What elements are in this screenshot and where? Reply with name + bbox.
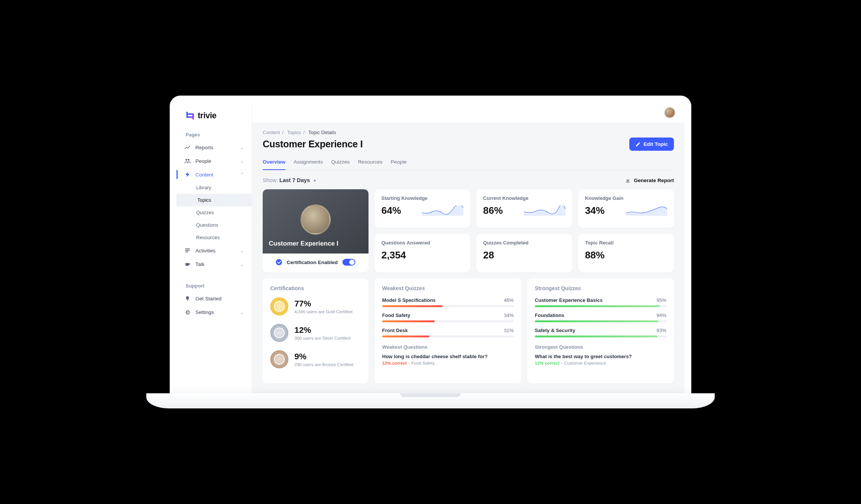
quiz-item[interactable]: Foundations94% (535, 312, 666, 322)
chevron-down-icon: ⌄ (240, 158, 244, 164)
chevron-down-icon: ⌄ (240, 261, 244, 267)
stat-starting-knowledge: Starting Knowledge 64% (375, 189, 470, 228)
quiz-name: Customer Experience Basics (535, 297, 602, 303)
stat-current-knowledge: Current Knowledge 86% (476, 189, 572, 228)
stat-knowledge-gain: Knowledge Gain 34% (578, 189, 674, 228)
cert-bronze: 9%290 users are Bronze Certified (270, 350, 361, 368)
quiz-name: Model S Specifications (382, 297, 436, 303)
stat-topic-recall: Topic Recall 88% (578, 234, 674, 272)
quiz-pct: 93% (657, 328, 666, 333)
breadcrumb: Content/ Topics/ Topic Details (263, 130, 674, 135)
quiz-item[interactable]: Food Safety34% (382, 312, 514, 322)
sidebar-item-label: Reports (195, 145, 213, 150)
sidebar-sub-library[interactable]: Library (177, 181, 252, 194)
hero-title: Customer Experience I (269, 240, 338, 247)
logo-icon (186, 111, 195, 120)
check-badge-icon (276, 259, 282, 265)
sidebar-item-people[interactable]: People ⌄ (177, 154, 252, 168)
edit-topic-button[interactable]: Edit Topic (629, 138, 674, 151)
sidebar: trivie Pages Reports ⌄ People ⌄ Content … (177, 102, 252, 393)
tab-overview[interactable]: Overview (263, 156, 285, 170)
button-label: Edit Topic (644, 141, 668, 147)
sidebar-sub-resources[interactable]: Resources (177, 231, 252, 244)
quiz-item[interactable]: Front Desk31% (382, 328, 514, 337)
quiz-name: Safety & Security (535, 328, 575, 333)
svg-rect-2 (185, 249, 190, 249)
sidebar-item-label: Get Started (195, 296, 221, 301)
tabs: Overview Assignments Quizzes Resources P… (263, 156, 674, 170)
list-icon (184, 247, 191, 254)
sidebar-sub-quizzes[interactable]: Quizzes (177, 206, 252, 219)
stat-quizzes-completed: Quizzes Completed 28 (476, 234, 572, 272)
cup-icon (184, 261, 191, 267)
topic-image (300, 204, 331, 235)
gold-medal-icon (270, 297, 288, 315)
sidebar-item-activities[interactable]: Activities ⌄ (177, 244, 252, 257)
certification-toggle[interactable] (342, 259, 355, 266)
chevron-down-icon: ▼ (313, 179, 317, 183)
sparkline-icon (524, 206, 565, 216)
svg-point-0 (186, 159, 187, 161)
sidebar-item-get-started[interactable]: Get Started (177, 292, 252, 305)
tab-resources[interactable]: Resources (358, 156, 382, 170)
chevron-down-icon: ⌄ (240, 309, 244, 315)
quiz-item[interactable]: Customer Experience Basics95% (535, 297, 666, 307)
date-filter[interactable]: Show: Last 7 Days ▼ (263, 177, 317, 183)
topbar (252, 102, 684, 123)
sidebar-section-support: Support (177, 279, 252, 292)
sparkline-icon (422, 206, 463, 216)
certifications-panel: Certifications 77%4,345 users are Gold C… (263, 278, 369, 383)
bolt-icon (184, 171, 191, 178)
page-title: Customer Experience I (263, 139, 363, 150)
sparkline-icon (626, 206, 667, 216)
quiz-pct: 46% (504, 297, 514, 303)
stat-questions-answered: Questions Answered 2,354 (375, 234, 470, 272)
download-icon (625, 177, 631, 183)
strongest-quizzes-panel: Strongest Quizzes Customer Experience Ba… (527, 278, 674, 383)
sidebar-item-label: Activities (195, 248, 215, 254)
sidebar-item-reports[interactable]: Reports ⌄ (177, 141, 252, 154)
svg-point-1 (188, 159, 190, 161)
sidebar-item-label: Settings (195, 309, 214, 315)
main-area: Content/ Topics/ Topic Details Customer … (252, 102, 684, 393)
quiz-name: Foundations (535, 312, 564, 318)
quiz-pct: 31% (504, 328, 514, 333)
people-icon (184, 158, 191, 164)
svg-rect-3 (185, 250, 190, 251)
chevron-down-icon: ⌄ (240, 247, 244, 254)
sidebar-item-settings[interactable]: Settings ⌄ (177, 305, 252, 319)
sidebar-sub-topics[interactable]: Topics (177, 194, 252, 206)
logo-text: trivie (198, 111, 217, 121)
avatar[interactable] (664, 107, 675, 118)
sidebar-sub-questions[interactable]: Questions (177, 219, 252, 231)
sidebar-item-content[interactable]: Content ⌃ (177, 168, 252, 181)
quiz-name: Food Safety (382, 312, 410, 318)
cert-silver: 12%300 users are Silver Certified (270, 324, 361, 342)
tab-assignments[interactable]: Assignments (294, 156, 323, 170)
quiz-pct: 34% (504, 312, 514, 318)
quiz-item[interactable]: Safety & Security93% (535, 328, 666, 337)
weakest-quizzes-panel: Weakest Quizzes Model S Specifications46… (375, 278, 521, 383)
quiz-item[interactable]: Model S Specifications46% (382, 297, 514, 307)
quiz-pct: 95% (657, 297, 666, 303)
tab-quizzes[interactable]: Quizzes (331, 156, 350, 170)
cert-enabled-label: Certification Enabled (286, 260, 338, 265)
quiz-name: Front Desk (382, 328, 408, 333)
pencil-icon (635, 142, 641, 147)
bulb-icon (184, 295, 191, 302)
sidebar-item-talk[interactable]: Talk ⌄ (177, 257, 252, 271)
breadcrumb-link[interactable]: Content (263, 130, 280, 135)
sidebar-item-label: Talk (195, 261, 204, 267)
generate-report-button[interactable]: Generate Report (625, 177, 674, 183)
quiz-pct: 94% (657, 312, 666, 318)
logo[interactable]: trivie (177, 102, 252, 128)
cert-gold: 77%4,345 users are Gold Certified (270, 297, 361, 315)
breadcrumb-link[interactable]: Topics (287, 130, 301, 135)
breadcrumb-current: Topic Details (308, 130, 336, 135)
gear-icon (184, 309, 191, 315)
sidebar-item-label: Content (195, 172, 213, 178)
tab-people[interactable]: People (391, 156, 407, 170)
chevron-down-icon: ⌄ (240, 144, 244, 150)
chevron-up-icon: ⌃ (240, 172, 244, 178)
trend-icon (184, 144, 191, 151)
